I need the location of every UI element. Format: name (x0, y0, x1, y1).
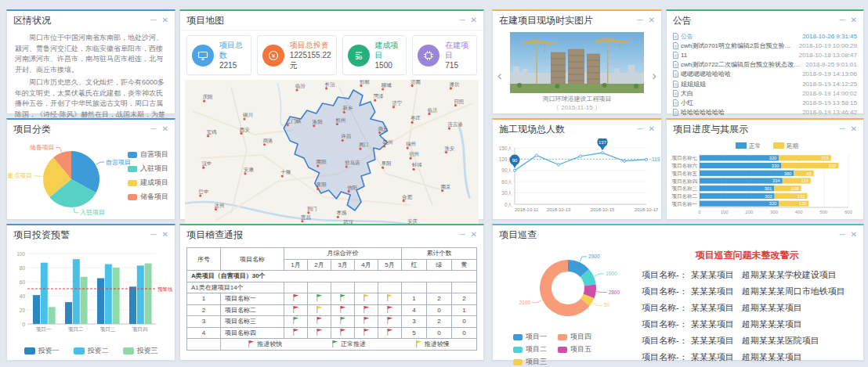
legend-item[interactable]: 投资二 (74, 346, 109, 356)
city-marker[interactable] (337, 216, 339, 218)
progress-stacked-bar-chart[interactable]: 正常延期0100200300400500600项目名称七320210项目名称六3… (667, 139, 863, 218)
stacked-bar-segment[interactable] (700, 193, 775, 199)
minimize-icon[interactable]: ─ (638, 16, 643, 24)
bar[interactable] (73, 259, 80, 324)
legend-item[interactable]: 项目三 (513, 357, 547, 367)
city-marker[interactable] (382, 88, 384, 90)
city-marker[interactable] (441, 189, 443, 192)
city-marker[interactable] (325, 87, 327, 89)
data-point[interactable] (513, 169, 515, 171)
city-marker[interactable] (263, 143, 266, 146)
city-marker[interactable] (407, 147, 409, 149)
announcement-item[interactable]: 哈哈哈哈哈哈哈2018-9-19 13:46:42 (673, 108, 857, 117)
minimize-icon[interactable]: ─ (460, 16, 465, 24)
legend-item[interactable]: 项目二 (513, 344, 547, 354)
close-icon[interactable]: ✕ (162, 231, 168, 239)
close-icon[interactable]: ✕ (162, 16, 168, 24)
carousel-photo[interactable] (510, 32, 644, 93)
announcement-item[interactable]: 嗯嗯嗯嗯哈哈哈哈2018-9-19 14:13:06 (673, 70, 857, 79)
close-icon[interactable]: ✕ (851, 16, 857, 24)
legend-item[interactable]: 投资三 (123, 346, 158, 356)
city-marker[interactable] (316, 164, 319, 167)
close-icon[interactable]: ✕ (649, 16, 655, 24)
city-marker[interactable] (374, 99, 376, 102)
announcement-item[interactable]: 姐姐姐姐2018-9-19 14:12:25 (673, 79, 857, 88)
stacked-bar-segment[interactable] (700, 185, 774, 191)
data-point[interactable] (623, 160, 625, 162)
bar[interactable] (33, 295, 40, 324)
bar[interactable] (81, 277, 88, 324)
close-icon[interactable]: ✕ (162, 125, 168, 133)
legend-item[interactable]: 入驻项目 (128, 164, 168, 174)
city-marker[interactable] (343, 111, 345, 113)
carousel-prev-icon[interactable]: ‹ (497, 69, 502, 82)
close-icon[interactable]: ✕ (471, 16, 477, 24)
city-marker[interactable] (445, 151, 447, 153)
bar[interactable] (137, 265, 144, 324)
bar[interactable] (113, 268, 120, 324)
city-marker[interactable] (454, 104, 457, 106)
stacked-bar-segment[interactable] (700, 155, 779, 160)
city-marker[interactable] (342, 139, 344, 142)
legend-item[interactable]: 自营项目 (128, 149, 168, 160)
legend-item[interactable]: 项目一 (513, 332, 547, 342)
data-point[interactable] (535, 154, 537, 157)
stacked-bar-segment[interactable] (700, 171, 794, 176)
city-marker[interactable] (428, 113, 430, 115)
city-marker[interactable] (410, 157, 412, 160)
legend-swatch[interactable] (736, 142, 747, 149)
city-marker[interactable] (296, 88, 298, 91)
patrol-donut-chart[interactable]: 290010002800502100 (493, 244, 642, 330)
announcement-item[interactable]: cwh测试0722二次编辑后台预立验状态改变为.2018-9-25 9:01:0… (673, 60, 857, 70)
city-marker[interactable] (287, 124, 289, 126)
minimize-icon[interactable]: ─ (151, 16, 157, 24)
stacked-bar-segment[interactable] (700, 178, 783, 183)
bar[interactable] (145, 264, 152, 324)
city-marker[interactable] (199, 194, 201, 196)
data-point[interactable] (645, 158, 647, 160)
data-point[interactable] (557, 164, 559, 166)
city-marker[interactable] (450, 87, 452, 89)
henan-map[interactable]: 庆阳铜川西安宝鸡商洛汉中安康巴中达州临汾长治邯郸聊城济南潍坊三门峡洛阳新乡郑州许… (185, 80, 479, 233)
workers-line-chart[interactable]: 0人30人60人90人120人150人2018-10-112018-10-132… (493, 139, 661, 218)
legend-item[interactable]: 建成项目 (128, 178, 168, 188)
announcement-item[interactable]: 小红2018-9-19 13:58:15 (673, 98, 857, 107)
city-marker[interactable] (207, 135, 209, 137)
close-icon[interactable]: ✕ (851, 231, 857, 239)
bar[interactable] (105, 264, 112, 325)
investment-bar-chart[interactable]: 020406080100项目一项目二项目三项目四预警线 (7, 246, 175, 341)
minimize-icon[interactable]: ─ (151, 231, 157, 239)
city-marker[interactable] (378, 131, 381, 134)
city-marker[interactable] (281, 175, 284, 177)
city-marker[interactable] (244, 172, 246, 175)
city-marker[interactable] (240, 132, 242, 135)
close-icon[interactable]: ✕ (649, 125, 655, 133)
minimize-icon[interactable]: ─ (840, 231, 845, 239)
legend-item[interactable]: 项目四 (558, 332, 591, 342)
minimize-icon[interactable]: ─ (151, 125, 157, 133)
bar[interactable] (97, 279, 104, 325)
carousel-next-icon[interactable]: › (652, 69, 656, 82)
city-marker[interactable] (336, 123, 338, 125)
stacked-bar-segment[interactable] (700, 201, 779, 207)
city-marker[interactable] (383, 145, 385, 147)
city-marker[interactable] (359, 148, 361, 150)
city-marker[interactable] (203, 100, 205, 103)
announcement-item[interactable]: 112018-10-18 13:08:47 (673, 50, 857, 59)
close-icon[interactable]: ✕ (471, 231, 477, 239)
minimize-icon[interactable]: ─ (460, 231, 465, 239)
data-point[interactable] (579, 155, 581, 157)
minimize-icon[interactable]: ─ (840, 125, 845, 133)
bar[interactable] (65, 302, 72, 324)
city-marker[interactable] (316, 188, 319, 190)
city-marker[interactable] (313, 124, 315, 127)
legend-item[interactable]: 项目五 (558, 344, 591, 354)
announcement-item[interactable]: 大白2018-9-19 14:00:02 (673, 88, 857, 98)
city-marker[interactable] (448, 127, 450, 129)
city-marker[interactable] (215, 208, 217, 210)
data-point[interactable] (601, 152, 603, 154)
minimize-icon[interactable]: ─ (638, 125, 643, 133)
map-canvas[interactable]: 庆阳铜川西安宝鸡商洛汉中安康巴中达州临汾长治邯郸聊城济南潍坊三门峡洛阳新乡郑州许… (185, 80, 479, 233)
legend-item[interactable]: 投资一 (24, 346, 60, 356)
bar[interactable] (129, 286, 136, 324)
